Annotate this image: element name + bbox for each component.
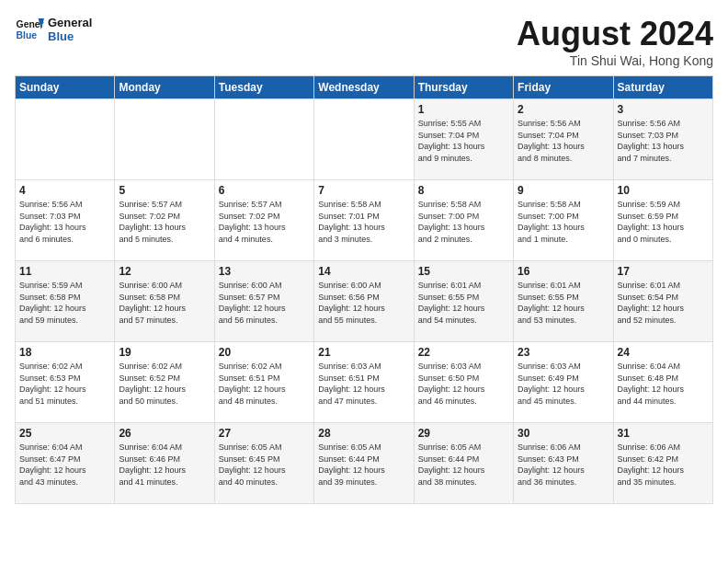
- calendar-cell: 3Sunrise: 5:56 AM Sunset: 7:03 PM Daylig…: [613, 99, 712, 180]
- day-number: 17: [618, 265, 709, 278]
- day-number: 20: [219, 346, 310, 359]
- day-number: 29: [418, 427, 509, 440]
- calendar-cell: [115, 99, 214, 180]
- logo-line1: General: [48, 16, 92, 29]
- day-info: Sunrise: 6:00 AM Sunset: 6:57 PM Dayligh…: [219, 280, 310, 326]
- day-number: 8: [418, 184, 509, 197]
- calendar-cell: 22Sunrise: 6:03 AM Sunset: 6:50 PM Dayli…: [414, 342, 513, 423]
- day-number: 15: [418, 265, 509, 278]
- calendar-cell: 5Sunrise: 5:57 AM Sunset: 7:02 PM Daylig…: [115, 180, 214, 261]
- day-number: 4: [19, 184, 110, 197]
- calendar-cell: 4Sunrise: 5:56 AM Sunset: 7:03 PM Daylig…: [16, 180, 115, 261]
- day-number: 30: [518, 427, 609, 440]
- day-info: Sunrise: 5:59 AM Sunset: 6:58 PM Dayligh…: [19, 280, 110, 326]
- day-number: 2: [518, 103, 609, 116]
- logo: General Blue General Blue: [15, 15, 92, 44]
- day-info: Sunrise: 6:01 AM Sunset: 6:55 PM Dayligh…: [518, 280, 609, 326]
- logo-line2: Blue: [48, 29, 92, 43]
- calendar-cell: 27Sunrise: 6:05 AM Sunset: 6:45 PM Dayli…: [214, 423, 313, 504]
- day-info: Sunrise: 6:03 AM Sunset: 6:49 PM Dayligh…: [518, 361, 609, 407]
- calendar-cell: 11Sunrise: 5:59 AM Sunset: 6:58 PM Dayli…: [16, 261, 115, 342]
- calendar-cell: [314, 99, 414, 180]
- calendar-cell: 16Sunrise: 6:01 AM Sunset: 6:55 PM Dayli…: [514, 261, 613, 342]
- calendar-cell: 10Sunrise: 5:59 AM Sunset: 6:59 PM Dayli…: [613, 180, 712, 261]
- day-number: 12: [119, 265, 210, 278]
- day-number: 31: [618, 427, 709, 440]
- calendar-title: August 2024: [517, 15, 713, 53]
- page-header: General Blue General Blue August 2024 Ti…: [15, 15, 713, 68]
- svg-text:Blue: Blue: [17, 30, 38, 40]
- day-number: 22: [418, 346, 509, 359]
- day-number: 26: [119, 427, 210, 440]
- calendar-cell: 25Sunrise: 6:04 AM Sunset: 6:47 PM Dayli…: [16, 423, 115, 504]
- column-header-tuesday: Tuesday: [214, 76, 313, 99]
- day-info: Sunrise: 6:00 AM Sunset: 6:58 PM Dayligh…: [119, 280, 210, 326]
- day-number: 7: [318, 184, 409, 197]
- calendar-cell: 7Sunrise: 5:58 AM Sunset: 7:01 PM Daylig…: [314, 180, 414, 261]
- calendar-cell: 12Sunrise: 6:00 AM Sunset: 6:58 PM Dayli…: [115, 261, 214, 342]
- day-info: Sunrise: 6:04 AM Sunset: 6:46 PM Dayligh…: [119, 442, 210, 488]
- calendar-cell: 24Sunrise: 6:04 AM Sunset: 6:48 PM Dayli…: [613, 342, 712, 423]
- calendar-cell: 2Sunrise: 5:56 AM Sunset: 7:04 PM Daylig…: [514, 99, 613, 180]
- day-info: Sunrise: 6:04 AM Sunset: 6:48 PM Dayligh…: [618, 361, 709, 407]
- day-info: Sunrise: 6:02 AM Sunset: 6:53 PM Dayligh…: [19, 361, 110, 407]
- calendar-cell: 1Sunrise: 5:55 AM Sunset: 7:04 PM Daylig…: [414, 99, 513, 180]
- day-number: 16: [518, 265, 609, 278]
- day-info: Sunrise: 6:03 AM Sunset: 6:51 PM Dayligh…: [318, 361, 409, 407]
- day-number: 14: [318, 265, 409, 278]
- day-info: Sunrise: 5:58 AM Sunset: 7:01 PM Dayligh…: [318, 199, 409, 245]
- calendar-cell: 28Sunrise: 6:05 AM Sunset: 6:44 PM Dayli…: [314, 423, 414, 504]
- day-info: Sunrise: 6:02 AM Sunset: 6:51 PM Dayligh…: [219, 361, 310, 407]
- column-header-thursday: Thursday: [414, 76, 513, 99]
- calendar-cell: [16, 99, 115, 180]
- day-number: 6: [219, 184, 310, 197]
- column-header-monday: Monday: [115, 76, 214, 99]
- column-header-wednesday: Wednesday: [314, 76, 414, 99]
- day-number: 27: [219, 427, 310, 440]
- calendar-cell: 14Sunrise: 6:00 AM Sunset: 6:56 PM Dayli…: [314, 261, 414, 342]
- day-info: Sunrise: 5:55 AM Sunset: 7:04 PM Dayligh…: [418, 118, 509, 164]
- calendar-cell: 26Sunrise: 6:04 AM Sunset: 6:46 PM Dayli…: [115, 423, 214, 504]
- day-number: 21: [318, 346, 409, 359]
- day-number: 18: [19, 346, 110, 359]
- day-info: Sunrise: 5:56 AM Sunset: 7:03 PM Dayligh…: [19, 199, 110, 245]
- calendar-body: 1Sunrise: 5:55 AM Sunset: 7:04 PM Daylig…: [16, 99, 713, 504]
- day-number: 3: [618, 103, 709, 116]
- day-number: 25: [19, 427, 110, 440]
- day-info: Sunrise: 5:59 AM Sunset: 6:59 PM Dayligh…: [618, 199, 709, 245]
- day-info: Sunrise: 5:56 AM Sunset: 7:03 PM Dayligh…: [618, 118, 709, 164]
- day-number: 1: [418, 103, 509, 116]
- day-number: 24: [618, 346, 709, 359]
- day-info: Sunrise: 6:01 AM Sunset: 6:54 PM Dayligh…: [618, 280, 709, 326]
- day-info: Sunrise: 5:56 AM Sunset: 7:04 PM Dayligh…: [518, 118, 609, 164]
- title-area: August 2024 Tin Shui Wai, Hong Kong: [517, 15, 713, 68]
- week-row-5: 25Sunrise: 6:04 AM Sunset: 6:47 PM Dayli…: [16, 423, 713, 504]
- calendar-cell: 8Sunrise: 5:58 AM Sunset: 7:00 PM Daylig…: [414, 180, 513, 261]
- week-row-2: 4Sunrise: 5:56 AM Sunset: 7:03 PM Daylig…: [16, 180, 713, 261]
- day-info: Sunrise: 6:03 AM Sunset: 6:50 PM Dayligh…: [418, 361, 509, 407]
- day-number: 28: [318, 427, 409, 440]
- column-header-friday: Friday: [514, 76, 613, 99]
- day-info: Sunrise: 5:57 AM Sunset: 7:02 PM Dayligh…: [219, 199, 310, 245]
- day-number: 9: [518, 184, 609, 197]
- day-info: Sunrise: 5:58 AM Sunset: 7:00 PM Dayligh…: [518, 199, 609, 245]
- day-info: Sunrise: 6:04 AM Sunset: 6:47 PM Dayligh…: [19, 442, 110, 488]
- day-number: 23: [518, 346, 609, 359]
- week-row-1: 1Sunrise: 5:55 AM Sunset: 7:04 PM Daylig…: [16, 99, 713, 180]
- day-info: Sunrise: 6:06 AM Sunset: 6:43 PM Dayligh…: [518, 442, 609, 488]
- calendar-cell: 29Sunrise: 6:05 AM Sunset: 6:44 PM Dayli…: [414, 423, 513, 504]
- day-info: Sunrise: 6:06 AM Sunset: 6:42 PM Dayligh…: [618, 442, 709, 488]
- calendar-table: SundayMondayTuesdayWednesdayThursdayFrid…: [15, 75, 713, 504]
- day-info: Sunrise: 6:05 AM Sunset: 6:45 PM Dayligh…: [219, 442, 310, 488]
- calendar-cell: 20Sunrise: 6:02 AM Sunset: 6:51 PM Dayli…: [214, 342, 313, 423]
- day-number: 5: [119, 184, 210, 197]
- calendar-cell: 6Sunrise: 5:57 AM Sunset: 7:02 PM Daylig…: [214, 180, 313, 261]
- day-info: Sunrise: 6:01 AM Sunset: 6:55 PM Dayligh…: [418, 280, 509, 326]
- column-header-sunday: Sunday: [16, 76, 115, 99]
- day-info: Sunrise: 6:05 AM Sunset: 6:44 PM Dayligh…: [318, 442, 409, 488]
- calendar-cell: 31Sunrise: 6:06 AM Sunset: 6:42 PM Dayli…: [613, 423, 712, 504]
- day-number: 13: [219, 265, 310, 278]
- day-info: Sunrise: 6:00 AM Sunset: 6:56 PM Dayligh…: [318, 280, 409, 326]
- logo-icon: General Blue: [15, 15, 44, 44]
- calendar-cell: 9Sunrise: 5:58 AM Sunset: 7:00 PM Daylig…: [514, 180, 613, 261]
